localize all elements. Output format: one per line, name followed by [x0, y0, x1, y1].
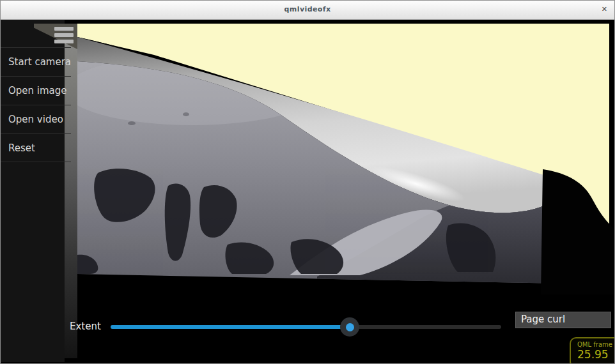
effect-select-button[interactable]: Page curl	[515, 312, 611, 328]
extent-slider-track[interactable]	[111, 325, 501, 329]
extent-slider-handle[interactable]	[340, 317, 359, 337]
window-title: qmlvideofx	[1, 1, 614, 19]
sidebar-menu: Start camera Open image Open video Reset	[1, 47, 71, 162]
extent-slider-handle-dot	[346, 323, 354, 331]
frame-rate-box: QML frame r... 25.95	[570, 337, 615, 364]
sidebar-item-open-image[interactable]: Open image	[1, 76, 71, 105]
title-bar: qmlvideofx ✕	[1, 1, 614, 20]
menu-icon-bar	[54, 40, 74, 43]
menu-icon-bar	[54, 33, 74, 37]
extent-label: Extent	[70, 321, 101, 332]
sidebar-item-start-camera[interactable]: Start camera	[1, 47, 71, 76]
close-icon[interactable]: ✕	[602, 1, 607, 19]
frame-rate-label: QML frame r...	[577, 341, 615, 348]
extent-slider-fill	[111, 325, 350, 329]
sidebar-item-reset[interactable]: Reset	[1, 133, 71, 162]
menu-icon-bar	[54, 27, 74, 31]
app-window: Start camera Open image Open video Reset…	[0, 0, 615, 364]
menu-icon[interactable]	[54, 27, 74, 46]
sidebar-item-open-video[interactable]: Open video	[1, 105, 71, 133]
frame-rate-value: 25.95	[577, 348, 615, 361]
